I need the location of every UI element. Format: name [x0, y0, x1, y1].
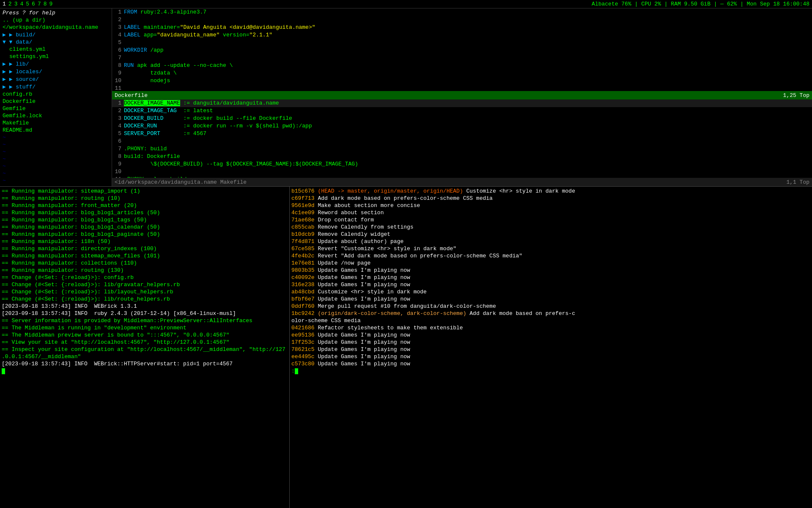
code-line-6: 6 WORKDIR /app	[112, 47, 812, 54]
git-line-23: ee4495c Update Games I'm playing now	[291, 353, 810, 360]
tilde-4: ~	[0, 155, 112, 163]
git-line-10: 4fe4b2c Revert "Add dark mode based on p…	[291, 252, 810, 260]
git-line-9: 67ce585 Revert "Customize <hr> style in …	[291, 245, 810, 252]
git-line-16: bfbf6e7 Update Games I'm playing now	[291, 295, 810, 303]
code-line-7: 7	[112, 54, 812, 62]
git-line-24: c573c80 Update Games I'm playing now	[291, 360, 810, 367]
tab-1[interactable]: 1	[3, 1, 6, 7]
dockerfile-statusline-pos: 1,25 Top	[783, 92, 809, 99]
top-bar: 1 2 3 4 5 6 7 8 9 Albacete 76% | CPU 2% …	[0, 0, 812, 8]
term-line-8: == Running manipulator: i18n (50)	[2, 238, 288, 245]
makefile-statusline: <id/workspace/davidanguita.name Makefile…	[112, 178, 812, 186]
code-line-1: 1 FROM ruby:2.4.3-alpine3.7	[112, 8, 812, 16]
code-line-10: 10 nodejs	[112, 77, 812, 85]
sidebar-item-gemfile[interactable]: Gemfile	[0, 105, 112, 112]
git-line-3: 9561e9d Make about section more concise	[291, 202, 810, 209]
git-line-22: 78621c5 Update Games I'm playing now	[291, 346, 810, 353]
dockerfile-content[interactable]: 1 FROM ruby:2.4.3-alpine3.7 2 3 LABEL ma…	[112, 8, 812, 91]
term-line-14: == Change (#<Set: {:reload}>): lib/grava…	[2, 281, 288, 288]
term-line-25: [2023-09-18 13:57:43] INFO WEBrick::HTTP…	[2, 360, 288, 367]
dockerfile-pane: 1 FROM ruby:2.4.3-alpine3.7 2 3 LABEL ma…	[112, 8, 812, 99]
git-line-14: 316e238 Update Games I'm playing now	[291, 281, 810, 288]
tab-numbers: 1 2 3 4 5 6 7 8 9	[3, 1, 52, 7]
sidebar-item-stuff[interactable]: ▶ stuff/	[0, 83, 112, 91]
tab-5[interactable]: 5	[26, 1, 29, 7]
term-line-16: == Change (#<Set: {:reload}>): lib/route…	[2, 295, 288, 303]
file-tree-sidebar: Press ? for help .. (up a dir) </workspa…	[0, 8, 112, 186]
git-line-13: c40092e Update Games I'm playing now	[291, 274, 810, 281]
bottom-terminal-area: == Running manipulator: sitemap_import (…	[0, 186, 812, 508]
term-line-23: == Inspect your site configuration at "h…	[2, 346, 288, 353]
makefile-line-7: 7 .PHONY: build	[112, 145, 812, 153]
sidebar-item-lib[interactable]: ▶ lib/	[0, 60, 112, 68]
term-line-21: == The Middleman preview server is bound…	[2, 331, 288, 339]
code-line-9: 9 tzdata \	[112, 69, 812, 77]
makefile-line-5: 5 SERVER_PORT := 4567	[112, 130, 812, 138]
tilde-6: ~	[0, 170, 112, 177]
terminal-right[interactable]: b15c676 (HEAD -> master, origin/master, …	[290, 187, 812, 508]
git-cursor-line: :	[291, 367, 810, 375]
tab-8[interactable]: 8	[44, 1, 47, 7]
makefile-content[interactable]: 1 DOCKER_IMAGE_NAME := danguita/davidang…	[112, 99, 812, 178]
sidebar-item-config[interactable]: config.rb	[0, 91, 112, 98]
sidebar-updir[interactable]: .. (up a dir)	[0, 17, 112, 24]
git-line-1: b15c676 (HEAD -> master, origin/master, …	[291, 188, 810, 195]
git-terminal-cursor	[295, 368, 298, 374]
term-line-5: == Running manipulator: blog_blog1_tags …	[2, 216, 288, 224]
git-line-15: ab48cbd Customize <hr> style in dark mod…	[291, 288, 810, 295]
makefile-line-8: 8 build: Dockerfile	[112, 153, 812, 160]
makefile-pane: 1 DOCKER_IMAGE_NAME := danguita/davidang…	[112, 99, 812, 186]
term-line-7: == Running manipulator: blog_blog1_pagin…	[2, 231, 288, 238]
terminal-cursor	[2, 368, 5, 374]
sidebar-item-locales[interactable]: ▶ locales/	[0, 68, 112, 75]
tab-4[interactable]: 4	[20, 1, 23, 7]
tab-9[interactable]: 9	[49, 1, 53, 7]
sidebar-item-readme[interactable]: README.md	[0, 127, 112, 134]
tilde-1: ~	[0, 134, 112, 141]
term-line-17: [2023-09-18 13:57:43] INFO WEBrick 1.3.1	[2, 303, 288, 310]
term-cursor-line	[2, 367, 288, 375]
terminal-left[interactable]: == Running manipulator: sitemap_import (…	[0, 187, 290, 508]
sidebar-item-makefile[interactable]: Makefile	[0, 119, 112, 127]
term-line-4: == Running manipulator: blog_blog1_artic…	[2, 209, 288, 216]
term-line-15: == Change (#<Set: {:reload}>): lib/layou…	[2, 288, 288, 295]
tilde-5: ~	[0, 163, 112, 170]
term-line-24: .0.0.1:4567/__middleman"	[2, 353, 288, 360]
term-line-19: == Server information is provided by Mid…	[2, 317, 288, 324]
sidebar-item-data[interactable]: ▼ data/	[0, 39, 112, 46]
term-line-12: == Running manipulator: routing (130)	[2, 267, 288, 274]
term-line-9: == Running manipulator: directory_indexe…	[2, 245, 288, 252]
tilde-7: ~	[0, 177, 112, 184]
main-editor-area: Press ? for help .. (up a dir) </workspa…	[0, 8, 812, 186]
makefile-line-1: 1 DOCKER_IMAGE_NAME := danguita/davidang…	[112, 99, 812, 107]
git-line-17: 0ddf760 Merge pull request #10 from dang…	[291, 303, 810, 310]
code-line-3: 3 LABEL maintainer="David Anguita <david…	[112, 24, 812, 31]
makefile-statusline-name: <id/workspace/davidanguita.name Makefile	[115, 179, 247, 185]
git-line-21: 17f253c Update Games I'm playing now	[291, 339, 810, 346]
git-line-2: c69f713 Add dark mode based on prefers-c…	[291, 195, 810, 202]
tab-6[interactable]: 6	[32, 1, 35, 7]
git-line-5: 71ae68e Drop contact form	[291, 216, 810, 224]
sidebar-item-gemfilelock[interactable]: Gemfile.lock	[0, 112, 112, 119]
tilde-3: ~	[0, 148, 112, 155]
dockerfile-statusline-name: Dockerfile	[115, 92, 148, 99]
status-bar: Albacete 76% | CPU 2% | RAM 9.50 GiB | —…	[592, 1, 809, 7]
tab-2[interactable]: 2	[8, 1, 12, 7]
code-line-11: 11	[112, 85, 812, 91]
tab-7[interactable]: 7	[38, 1, 41, 7]
sidebar-item-clients[interactable]: clients.yml	[0, 46, 112, 53]
editor-area: 1 FROM ruby:2.4.3-alpine3.7 2 3 LABEL ma…	[112, 8, 812, 186]
git-line-19: 0421686 Refactor stylesheets to make the…	[291, 324, 810, 331]
sidebar-item-build[interactable]: ▶ build/	[0, 31, 112, 39]
code-line-5: 5	[112, 39, 812, 47]
term-line-11: == Running manipulator: collections (110…	[2, 260, 288, 267]
sidebar-item-settings[interactable]: settings.yml	[0, 53, 112, 60]
makefile-line-3: 3 DOCKER_BUILD := docker build --file Do…	[112, 115, 812, 122]
code-line-4: 4 LABEL app="davidanguita_name" version=…	[112, 31, 812, 39]
term-line-6: == Running manipulator: blog_blog1_calen…	[2, 224, 288, 231]
tab-3[interactable]: 3	[14, 1, 18, 7]
term-line-2: == Running manipulator: routing (10)	[2, 195, 288, 202]
sidebar-item-source[interactable]: ▶ source/	[0, 75, 112, 83]
term-line-3: == Running manipulator: front_matter (20…	[2, 202, 288, 209]
sidebar-item-dockerfile[interactable]: Dockerfile	[0, 98, 112, 105]
